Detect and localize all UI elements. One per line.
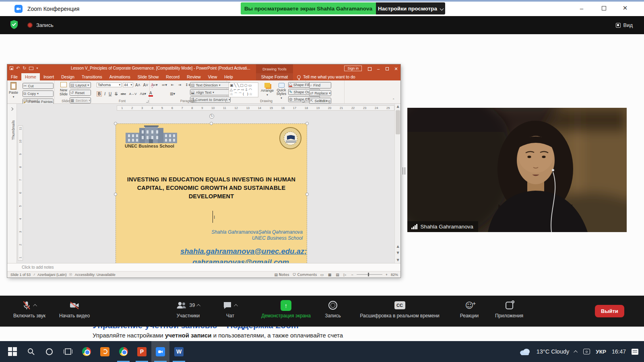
tab-file[interactable]: File [7, 73, 21, 80]
tab-animations[interactable]: Animations [106, 73, 134, 80]
spell-check-icon[interactable]: ⍻ [33, 272, 35, 277]
start-button[interactable] [3, 341, 21, 362]
underline-button[interactable]: U [108, 92, 112, 96]
thumbnails-panel[interactable]: Thumbnails [7, 104, 17, 263]
ribbon-display-options-button[interactable] [365, 64, 374, 73]
live-transcript-button[interactable]: CC Расшифровка в реальном времени [351, 299, 448, 319]
save-icon[interactable] [10, 66, 13, 70]
participants-chevron-icon[interactable] [197, 304, 201, 308]
share-screen-button[interactable]: ↑ Демонстрация экрана [249, 299, 323, 319]
tab-home[interactable]: Home [21, 73, 40, 80]
slide-emails[interactable]: shahla.gahramanova@unec.edu.az; gahraman… [180, 246, 301, 263]
italic-button[interactable]: I [103, 92, 106, 96]
participants-button[interactable]: 39 Участники [163, 299, 213, 319]
tab-insert[interactable]: Insert [40, 73, 58, 80]
reactions-button[interactable]: ☺+ Реакции [453, 299, 485, 319]
copy-button[interactable]: ⧉Copy▾ [23, 90, 54, 97]
redo-icon[interactable]: ↻ [23, 66, 26, 71]
scrollbar-thumb[interactable] [396, 110, 400, 134]
find-button[interactable]: ⌕Find [309, 82, 331, 88]
tab-view[interactable]: View [204, 73, 221, 80]
text-direction-button[interactable]: ▤Text Direction▾ [190, 82, 231, 88]
notes-toggle[interactable]: ▤ Notes [274, 273, 289, 277]
close-button[interactable]: ✕ [619, 2, 631, 14]
columns-icon[interactable]: ▥▾ [169, 92, 176, 96]
taskbar-powerpoint[interactable]: P [133, 341, 151, 362]
show-hidden-icons-chevron[interactable] [574, 350, 578, 354]
task-view-button[interactable] [59, 341, 77, 362]
font-name-combo[interactable]: Tahoma▾ [97, 82, 122, 87]
decrease-indent-icon[interactable]: ⇤ [170, 83, 175, 87]
taskbar-chrome-2[interactable] [114, 341, 132, 362]
undo-icon[interactable]: ↶ [16, 66, 20, 71]
tell-me-box[interactable]: Tell me what you want to do [297, 73, 355, 80]
chat-button[interactable]: Чат [214, 299, 246, 319]
apps-button[interactable]: Приложения [489, 299, 529, 319]
numbering-icon[interactable]: ≕▾ [161, 83, 168, 87]
accessibility-status[interactable]: Accessibility: Unavailable [75, 273, 116, 277]
action-center-icon[interactable] [632, 349, 638, 355]
zoom-out-icon[interactable]: − [351, 273, 353, 277]
view-button[interactable]: Вид [616, 22, 633, 28]
tab-design[interactable]: Design [58, 73, 78, 80]
view-options-button[interactable]: Настройки просмотра [376, 2, 445, 14]
new-slide-button[interactable]: New Slide [56, 82, 72, 96]
view-buttons[interactable]: ▭ ▦ ▤ ▷ [320, 273, 348, 277]
bold-button[interactable]: B [97, 91, 102, 97]
quick-styles-button[interactable]: Quick Styles▾ [275, 83, 288, 100]
font-dialog-launcher[interactable] [146, 100, 149, 103]
font-size-combo[interactable]: 44▾ [123, 82, 133, 87]
increase-font-icon[interactable]: A˄ [134, 83, 141, 87]
strikethrough-button[interactable]: S [114, 92, 118, 96]
clock[interactable]: 16:47 [612, 348, 626, 355]
tab-help[interactable]: Help [221, 73, 237, 80]
panel-resize-handle[interactable] [402, 167, 407, 175]
start-video-button[interactable]: Начать видео [52, 299, 97, 319]
selection-handle[interactable] [114, 193, 117, 196]
zoom-slider[interactable] [357, 274, 382, 275]
layout-button[interactable]: ▤Layout▾ [70, 82, 91, 88]
audio-options-chevron-icon[interactable] [33, 304, 37, 308]
leave-meeting-button[interactable]: Выйти [595, 305, 624, 317]
ppt-close-button[interactable]: ✕ [392, 64, 400, 73]
language-status[interactable]: Azerbaijani (Latin) [37, 273, 67, 277]
shadow-button[interactable]: abc [120, 92, 127, 96]
scroll-up-icon[interactable]: ▲ [395, 104, 400, 109]
slide-author-block[interactable]: Shahla GahramanovaŞəhla Qəhrəmanova UNEC… [211, 229, 303, 241]
selection-handle[interactable] [114, 122, 117, 125]
arrange-button[interactable]: Arrange▾ [261, 83, 274, 97]
selection-handle[interactable] [210, 122, 213, 125]
taskbar-word[interactable]: W [170, 341, 188, 362]
minimize-button[interactable]: – [576, 2, 588, 14]
tray-recorder-icon[interactable] [583, 349, 590, 354]
reset-button[interactable]: ↺Reset [70, 90, 91, 96]
paste-button[interactable]: Paste▾ [9, 82, 18, 99]
previous-slide-icon[interactable]: ▲ [395, 244, 400, 249]
slideshow-icon[interactable] [29, 67, 33, 70]
shapes-gallery[interactable]: ▣╲╲□○▭△⌐⌐⇨⇩◠☆⌒⌒( )☆ [229, 82, 258, 97]
tab-transitions[interactable]: Transitions [78, 73, 106, 80]
tab-record[interactable]: Record [162, 73, 183, 80]
align-text-button[interactable]: ⬓Align Text▾ [190, 89, 231, 95]
comments-toggle[interactable]: 🗩 Comments [293, 273, 317, 277]
tab-shape-format[interactable]: Shape Format [256, 73, 293, 80]
customize-qat-icon[interactable]: ▾ [36, 66, 38, 70]
selection-handle[interactable] [305, 193, 309, 196]
change-case-button[interactable]: Aa▾ [139, 92, 147, 96]
bullets-icon[interactable]: ≔▾ [151, 83, 159, 87]
sign-in-button[interactable]: Sign in [344, 66, 362, 71]
vertical-scrollbar[interactable]: ▲ ▲ ▼ ▼ [394, 104, 400, 263]
character-spacing-button[interactable]: A↔V [128, 92, 138, 96]
rotation-handle[interactable]: ↻ [209, 114, 214, 119]
clipboard-dialog-launcher[interactable] [51, 100, 54, 103]
taskbar-chrome-1[interactable] [77, 341, 95, 362]
cortana-button[interactable] [40, 341, 58, 362]
expand-thumbnails-icon[interactable] [10, 107, 13, 111]
replace-button[interactable]: ⇄Replace▾ [309, 90, 331, 96]
maximize-button[interactable] [598, 2, 610, 14]
taskbar-search-button[interactable] [22, 341, 40, 362]
section-button[interactable]: ▦Section▾ [70, 97, 91, 103]
selection-handle[interactable] [305, 122, 309, 125]
tab-slide-show[interactable]: Slide Show [134, 73, 163, 80]
zoom-level[interactable]: 82% [391, 273, 398, 277]
